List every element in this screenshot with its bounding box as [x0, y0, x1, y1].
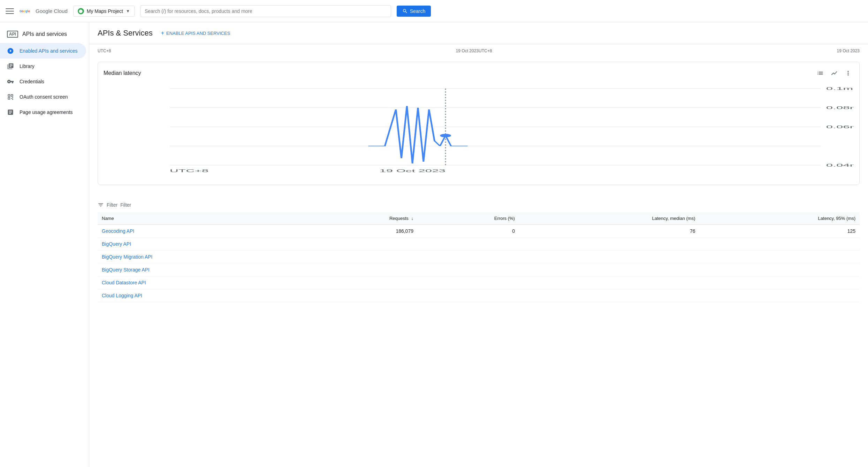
project-name: My Maps Project	[87, 8, 123, 14]
col-latency-median: Latency, median (ms)	[519, 212, 700, 225]
table-row: BigQuery Migration API	[98, 251, 860, 263]
filter-bar: Filter Filter	[98, 198, 860, 212]
sidebar-item-credentials[interactable]: Credentials	[0, 74, 89, 89]
table-row: BigQuery API	[98, 238, 860, 251]
sidebar-item-library[interactable]: Library	[0, 59, 89, 74]
svg-text:o: o	[23, 9, 25, 13]
sidebar-item-page-usage-label: Page usage agreements	[20, 109, 73, 115]
cell-errors-0: 0	[418, 225, 519, 238]
sidebar: API APIs and services Enabled APIs and s…	[0, 22, 89, 467]
sidebar-header: API APIs and services	[0, 25, 89, 43]
enable-apis-label: ENABLE APIS AND SERVICES	[166, 31, 230, 36]
cell-latency-95-5	[699, 289, 860, 302]
chevron-down-icon: ▼	[126, 9, 130, 14]
api-link-0[interactable]: Geocoding API	[102, 228, 134, 234]
y-label-008ms: 0.08milliseconds	[826, 106, 854, 110]
cell-latency-95-2	[699, 251, 860, 263]
sidebar-item-library-label: Library	[20, 63, 35, 69]
chart-type-icon[interactable]	[829, 68, 840, 79]
sidebar-title: APIs and services	[22, 31, 67, 37]
sidebar-item-page-usage[interactable]: Page usage agreements	[0, 105, 89, 120]
sort-desc-icon[interactable]: ↓	[411, 216, 413, 221]
project-selector[interactable]: ⬤ My Maps Project ▼	[73, 6, 135, 17]
table-body: Geocoding API 186,079 0 76 125 BigQuery …	[98, 225, 860, 302]
api-link-3[interactable]: BigQuery Storage API	[102, 267, 150, 273]
oauth-icon	[7, 93, 14, 100]
y-label-004ms: 0.04milliseconds	[826, 163, 854, 167]
table-row: Cloud Logging API	[98, 289, 860, 302]
google-cloud-logo: G o o g l e Google Cloud	[20, 6, 68, 16]
cell-latency-95-3	[699, 263, 860, 276]
cell-errors-2	[418, 251, 519, 263]
svg-text:g: g	[25, 9, 27, 13]
filter-label: Filter	[107, 202, 117, 208]
cell-name-4: Cloud Datastore API	[98, 276, 304, 289]
cell-latency-95-4	[699, 276, 860, 289]
cell-requests-1	[304, 238, 418, 251]
col-latency-95: Latency, 95% (ms)	[699, 212, 860, 225]
col-name: Name	[98, 212, 304, 225]
cell-latency-median-3	[519, 263, 700, 276]
search-bar	[140, 5, 391, 17]
cell-name-3: BigQuery Storage API	[98, 263, 304, 276]
chart-title: Median latency	[104, 70, 141, 76]
x-label-utc: UTC+8	[170, 169, 208, 173]
col-errors: Errors (%)	[418, 212, 519, 225]
api-link-2[interactable]: BigQuery Migration API	[102, 254, 153, 260]
api-link-1[interactable]: BigQuery API	[102, 241, 131, 247]
enable-apis-button[interactable]: + ENABLE APIS AND SERVICES	[158, 28, 233, 38]
cell-latency-median-1	[519, 238, 700, 251]
sidebar-item-enabled[interactable]: Enabled APIs and services	[0, 43, 86, 59]
api-link-5[interactable]: Cloud Logging API	[102, 293, 142, 298]
legend-icon[interactable]	[815, 68, 826, 79]
cell-errors-5	[418, 289, 519, 302]
search-button[interactable]: Search	[397, 6, 431, 17]
top-navigation: G o o g l e Google Cloud ⬤ My Maps Proje…	[0, 0, 868, 22]
table-row: Cloud Datastore API	[98, 276, 860, 289]
cell-name-1: BigQuery API	[98, 238, 304, 251]
y-label-01ms: 0.1milliseconds	[826, 86, 854, 91]
x-label-date: 19 Oct 2023	[379, 169, 446, 173]
more-options-icon[interactable]	[843, 68, 854, 79]
cell-errors-3	[418, 263, 519, 276]
cell-latency-median-4	[519, 276, 700, 289]
search-input[interactable]	[145, 8, 387, 14]
col-requests: Requests ↓	[304, 212, 418, 225]
sidebar-item-enabled-label: Enabled APIs and services	[20, 48, 78, 54]
cell-requests-3	[304, 263, 418, 276]
library-icon	[7, 63, 14, 70]
search-button-label: Search	[410, 8, 425, 14]
table-header: Name Requests ↓ Errors (%) Latency, medi…	[98, 212, 860, 225]
filter-input-area[interactable]: Filter	[120, 202, 131, 208]
api-link-4[interactable]: Cloud Datastore API	[102, 280, 146, 285]
cell-name-5: Cloud Logging API	[98, 289, 304, 302]
top-utc-left: UTC+8 19 Oct 2023	[98, 47, 479, 56]
median-latency-chart-card: Median latency	[98, 62, 860, 185]
cell-errors-4	[418, 276, 519, 289]
sidebar-item-oauth[interactable]: OAuth consent screen	[0, 89, 89, 105]
sidebar-item-oauth-label: OAuth consent screen	[20, 94, 68, 100]
project-icon: ⬤	[78, 8, 84, 14]
cloud-text: Google Cloud	[36, 8, 68, 14]
table-section: Filter Filter Name Requests ↓ Errors (%)…	[89, 198, 868, 311]
cell-errors-1	[418, 238, 519, 251]
cell-latency-median-5	[519, 289, 700, 302]
cell-latency-95-1	[699, 238, 860, 251]
main-content: APIs & Services + ENABLE APIS AND SERVIC…	[89, 22, 868, 467]
cell-requests-2	[304, 251, 418, 263]
latency-chart: 0.1milliseconds 0.08milliseconds 0.06mil…	[104, 82, 854, 179]
hamburger-menu[interactable]	[6, 7, 14, 15]
plus-icon: +	[161, 30, 164, 36]
cell-latency-95-0: 125	[699, 225, 860, 238]
cell-requests-5	[304, 289, 418, 302]
latency-svg: 0.1milliseconds 0.08milliseconds 0.06mil…	[104, 82, 854, 179]
table-row: Geocoding API 186,079 0 76 125	[98, 225, 860, 238]
top-utc-right: UTC+8 19 Oct 2023	[479, 47, 860, 56]
app-body: API APIs and services Enabled APIs and s…	[0, 22, 868, 467]
latency-line	[368, 106, 468, 163]
cell-requests-0: 186,079	[304, 225, 418, 238]
chart-header: Median latency	[104, 68, 854, 79]
cell-name-0: Geocoding API	[98, 225, 304, 238]
cell-name-2: BigQuery Migration API	[98, 251, 304, 263]
filter-icon	[98, 202, 104, 208]
